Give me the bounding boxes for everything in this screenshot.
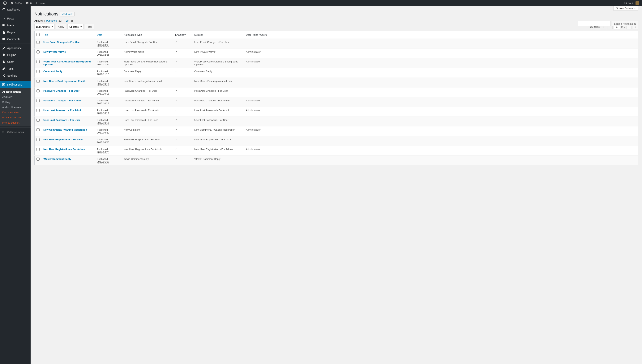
menu-notifications[interactable]: Notifications <box>0 81 31 88</box>
row-title-link[interactable]: New User Registration – For Admin <box>43 148 85 151</box>
table-row: WordPress Core Automatic Background Upda… <box>35 58 638 68</box>
row-title-link[interactable]: New Comment / Awaiting Moderation <box>43 128 87 131</box>
menu-pages[interactable]: Pages <box>0 29 31 36</box>
menu-appearance[interactable]: Appearance <box>0 45 31 52</box>
row-date: Published2017/06/26 <box>95 136 122 146</box>
row-enabled: ✓ <box>173 126 192 136</box>
col-title[interactable]: Title <box>43 34 48 36</box>
menu-media[interactable]: Media <box>0 22 31 29</box>
row-checkbox[interactable] <box>37 138 40 141</box>
brush-icon <box>2 46 6 50</box>
submenu-priority-support[interactable]: Priority Support <box>0 120 31 125</box>
menu-settings[interactable]: Settings <box>0 72 31 79</box>
table-row: Comment ReplyPublished2017/11/13Comment … <box>35 68 638 78</box>
row-checkbox[interactable] <box>37 90 40 92</box>
row-title-link[interactable]: User Email Changed – For User <box>43 41 81 44</box>
submenu-all-notifications[interactable]: All Notifications <box>0 89 31 94</box>
row-title-link[interactable]: New User – Post-registration Email <box>43 80 85 82</box>
row-checkbox[interactable] <box>37 128 40 132</box>
row-type: New User - Post-registration Email <box>122 78 173 88</box>
comments-icon <box>2 37 6 41</box>
filter-button[interactable]: Filter <box>85 24 94 30</box>
row-enabled: ✓ <box>173 97 192 107</box>
submenu-premium-addons[interactable]: Premium Add-ons <box>0 115 31 120</box>
content-area: Screen Options ▾ Notifications Add New A… <box>31 6 642 364</box>
row-checkbox[interactable] <box>37 70 40 73</box>
filter-published[interactable]: Published (29) <box>46 19 62 22</box>
table-row: New User Registration – For UserPublishe… <box>35 136 638 146</box>
menu-dashboard[interactable]: Dashboard <box>0 6 31 13</box>
filter-bin[interactable]: Bin (5) <box>66 19 73 22</box>
collapse-menu[interactable]: Collapse menu <box>0 128 31 136</box>
bulk-actions-select[interactable]: Bulk Actions <box>35 24 55 30</box>
row-date: Published2017/10/11 <box>95 117 122 126</box>
notifications-table: Title Date Notification Type Enabled? Su… <box>35 31 638 166</box>
add-new-button[interactable]: Add New <box>60 12 75 16</box>
row-checkbox[interactable] <box>37 99 40 102</box>
menu-users[interactable]: Users <box>0 58 31 65</box>
row-checkbox[interactable] <box>37 80 40 83</box>
screen-options-toggle[interactable]: Screen Options ▾ <box>613 6 638 11</box>
search-button[interactable]: Search Notifications <box>612 21 638 26</box>
row-type: User Lost Password - For Admin <box>122 107 173 117</box>
row-checkbox[interactable] <box>37 148 40 151</box>
row-type: WordPress Core Automatic Background Upda… <box>122 58 173 68</box>
svg-point-4 <box>3 75 4 76</box>
row-title-link[interactable]: User Lost Password – For Admin <box>43 109 82 112</box>
row-enabled: ✓ <box>173 136 192 146</box>
row-title-link[interactable]: 'Movie' Comment Reply <box>43 158 71 160</box>
comment-icon <box>25 1 29 5</box>
apply-button[interactable]: Apply <box>56 24 66 30</box>
menu-posts[interactable]: Posts <box>0 15 31 22</box>
table-row: 'Movie' Comment ReplyPublished2017/06/06… <box>35 156 638 166</box>
menu-tools[interactable]: Tools <box>0 65 31 72</box>
submenu-add-new[interactable]: Add New <box>0 94 31 100</box>
row-roles: Administrator <box>244 107 638 117</box>
filter-all[interactable]: All (29) <box>35 19 43 22</box>
row-roles <box>244 88 638 97</box>
row-title-link[interactable]: New User Registration – For User <box>43 138 83 141</box>
table-row: New Comment / Awaiting ModerationPublish… <box>35 126 638 136</box>
row-title-link[interactable]: Password Changed – For Admin <box>43 99 82 102</box>
submenu-addon-licenses[interactable]: Add-on Licenses <box>0 105 31 110</box>
row-title-link[interactable]: Password Changed – For User <box>43 90 80 92</box>
menu-label: Users <box>7 60 14 64</box>
my-account-link[interactable]: Hi, Jack <box>623 0 640 6</box>
col-date[interactable]: Date <box>97 34 102 36</box>
menu-plugins[interactable]: Plugins <box>0 52 31 58</box>
row-checkbox[interactable] <box>37 41 40 44</box>
page-icon <box>2 30 6 34</box>
comments-link[interactable]: 0 <box>24 0 33 6</box>
row-checkbox[interactable] <box>37 158 40 160</box>
menu-label: Posts <box>7 17 14 20</box>
submenu-settings[interactable]: Settings <box>0 100 31 105</box>
wp-logo[interactable] <box>2 0 9 6</box>
table-row: User Lost Password – For UserPublished20… <box>35 117 638 126</box>
col-type: Notification Type <box>122 31 173 39</box>
menu-label: Dashboard <box>7 8 21 11</box>
menu-label: Tools <box>7 67 14 70</box>
site-name-link[interactable]: BNFW <box>9 0 24 6</box>
media-icon <box>2 24 6 27</box>
row-title-link[interactable]: New Private 'Movie' <box>43 50 66 53</box>
menu-label: Media <box>7 24 15 27</box>
date-filter-select[interactable]: All dates <box>68 24 84 30</box>
row-title-link[interactable]: WordPress Core Automatic Background Upda… <box>43 60 91 66</box>
wordpress-icon <box>3 1 7 5</box>
row-roles: Administrator <box>244 58 638 68</box>
row-title-link[interactable]: User Lost Password – For User <box>43 118 80 122</box>
row-enabled: ✓ <box>173 156 192 166</box>
row-title-link[interactable]: Comment Reply <box>43 70 62 73</box>
search-input[interactable] <box>578 21 611 26</box>
row-checkbox[interactable] <box>37 60 40 63</box>
row-enabled: ✓ <box>173 88 192 97</box>
menu-comments[interactable]: Comments <box>0 36 31 42</box>
row-checkbox[interactable] <box>37 50 40 54</box>
mail-icon <box>2 83 6 86</box>
select-all-checkbox[interactable] <box>37 33 40 36</box>
row-subject: New Private 'Movie' <box>192 48 244 58</box>
row-checkbox[interactable] <box>37 118 40 122</box>
submenu-documentation[interactable]: Documentation <box>0 110 31 115</box>
row-checkbox[interactable] <box>37 109 40 112</box>
new-content-link[interactable]: New <box>33 0 46 6</box>
